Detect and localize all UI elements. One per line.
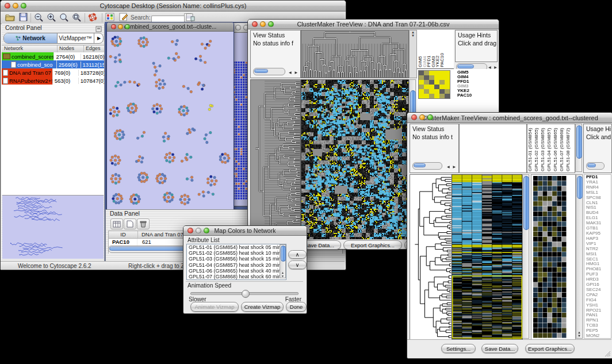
scroll-arrows-icon[interactable]: ◀ ▶ [447, 164, 457, 168]
gene-label[interactable]: PEP5 [586, 328, 611, 334]
save-icon[interactable] [19, 13, 28, 24]
scrollbar-thumb[interactable] [523, 176, 529, 230]
gene-label[interactable]: SEC1 [586, 257, 611, 262]
zoom-out-icon[interactable] [34, 13, 44, 24]
minimize-button[interactable] [260, 21, 266, 27]
gene-label[interactable]: MON2 [586, 334, 611, 339]
open-icon[interactable] [5, 13, 15, 24]
gene-label[interactable]: YSH1 [586, 303, 611, 308]
gene-label[interactable]: VIP1 [586, 242, 611, 247]
tv2-labels-vscrollbar[interactable] [575, 124, 582, 172]
gene-label[interactable]: MSI1 [586, 252, 611, 257]
attribute-listbox[interactable]: GPL51-01 (GSM854) heat shock 05 minGPL51… [186, 244, 286, 280]
slider-thumb[interactable] [242, 290, 250, 298]
column-label[interactable]: GPL51-03 (GSM856) [541, 128, 545, 171]
zoom-fit-icon[interactable] [59, 13, 69, 24]
tv1-button[interactable]: Export Graphics... [343, 240, 402, 250]
network-view-titlebar[interactable]: combined_scores_good.txt--cluste... [107, 22, 234, 32]
treeview1-titlebar[interactable]: ClusterMaker TreeView : DNA and Tran 07-… [248, 20, 499, 29]
close-button[interactable] [111, 24, 116, 29]
zoom-in-icon[interactable] [47, 13, 56, 24]
tab-network[interactable]: Network [4, 33, 58, 43]
scroll-arrows-icon[interactable]: ◀ ▶ [289, 70, 299, 74]
scrollbar-thumb[interactable] [457, 64, 474, 68]
gene-label[interactable]: CLN1 [586, 201, 611, 206]
zoom-button[interactable] [204, 228, 209, 233]
gene-label[interactable]: RPN1 [586, 318, 611, 323]
row-label[interactable]: GIM3 [457, 84, 472, 89]
treeview2-titlebar[interactable]: ClusterMaker TreeView : combined_scores_… [407, 113, 612, 123]
minimize-button[interactable] [196, 228, 201, 233]
tv2-zoom-vscrollbar[interactable]: ▲▼ [576, 174, 583, 339]
cytoscape-titlebar[interactable]: Cytoscape Desktop (Session Name: collins… [1, 1, 346, 12]
id-column-header[interactable]: ID [109, 231, 138, 238]
tv1-status-hscrollbar[interactable] [253, 68, 285, 75]
row-label[interactable]: GIM4 [457, 75, 472, 79]
col-edges[interactable]: Edges [84, 45, 101, 52]
dialog-titlebar[interactable]: Map Colors to Network [183, 226, 307, 236]
tv2-row-dendrogram[interactable] [410, 174, 452, 340]
close-button[interactable] [5, 3, 10, 9]
minimize-button[interactable] [419, 114, 425, 120]
move-down-button[interactable]: ∨ [288, 260, 307, 269]
gene-label[interactable]: RNR4 [586, 185, 611, 190]
gene-label[interactable]: YRA1 [586, 180, 611, 185]
network-row[interactable]: combined_scores_2764(0)16218(0) [2, 52, 104, 60]
zoom-button[interactable] [21, 3, 26, 9]
scrollbar-thumb[interactable] [577, 176, 583, 199]
tab-overflow-arrow-icon[interactable]: ▶ [94, 33, 104, 43]
gene-label[interactable]: HRD3 [586, 277, 611, 282]
gene-label[interactable]: CPA2 [586, 293, 611, 298]
attribute-list-item[interactable]: GPL51-07 (GSM868) heat shock 60 min [187, 274, 280, 279]
tv1-similarity-matrix[interactable] [418, 70, 450, 99]
scroll-arrows-icon[interactable]: ▲▼ [280, 271, 285, 278]
attribute-list-vscrollbar[interactable]: ▲▼ [280, 244, 286, 278]
gene-label[interactable]: PAN1 [586, 313, 611, 318]
row-label[interactable]: GIM5 [457, 70, 472, 75]
column-label[interactable]: GPL51-04 (GSM857) [547, 128, 552, 171]
gene-label[interactable]: HAP3 [586, 236, 611, 242]
tv2-button[interactable]: Settings... [441, 344, 476, 353]
scrollbar-thumb[interactable] [414, 163, 426, 167]
gene-label[interactable]: PHO81 [586, 267, 611, 272]
gene-label[interactable]: SPC98 [586, 196, 611, 201]
network-row[interactable]: RNAPuberNov2+!563(0)107847(0) [2, 76, 104, 85]
scrollbar-thumb[interactable] [587, 163, 596, 167]
network-row[interactable]: DNA and Tran 07769(0)183728(0) [2, 68, 104, 76]
gene-label[interactable]: GPI16 [586, 282, 611, 288]
scrollbar-thumb[interactable] [576, 125, 582, 159]
close-button[interactable] [411, 114, 417, 120]
row-label[interactable]: PFD1 [457, 79, 472, 84]
column-label[interactable]: GPL51-01 (GSM854) [528, 128, 533, 171]
tv2-button[interactable]: Export Graphics... [525, 344, 575, 353]
gene-label[interactable]: PUF3 [586, 272, 611, 277]
minimize-button[interactable] [13, 3, 18, 9]
column-label[interactable]: GPL51-02 (GSM855) [534, 128, 539, 171]
animation-speed-slider[interactable] [190, 292, 299, 295]
tv2-column-tree-area[interactable] [459, 124, 527, 173]
new-attribute-button[interactable] [124, 219, 136, 229]
tv2-global-heatmap[interactable] [452, 174, 523, 340]
select-attributes-button[interactable] [110, 219, 123, 229]
zoom-button[interactable] [268, 21, 274, 27]
network-graph-canvas[interactable] [107, 32, 232, 210]
done-button[interactable]: Done [286, 302, 307, 312]
attribute-list-item[interactable]: GPL51-06 (GSM865) heat shock 40 min [187, 268, 280, 274]
network-row[interactable]: combined_sco2569(6)13112(15) [2, 60, 104, 68]
help-lifesaver-icon[interactable] [88, 13, 98, 24]
row-label[interactable]: PAC10 [457, 93, 472, 98]
attribute-list-item[interactable]: GPL51-01 (GSM854) heat shock 05 min [187, 244, 280, 250]
tv2-button[interactable]: Save Data... [481, 344, 518, 353]
col-network[interactable]: Network [2, 45, 58, 52]
gene-label[interactable]: BUD4 [586, 210, 611, 216]
gene-label[interactable]: PFD1 [586, 175, 611, 180]
resize-grip-icon[interactable] [604, 350, 611, 357]
tv1-top-scroll-strip[interactable]: ▲▼ [409, 30, 417, 78]
close-button[interactable] [252, 21, 258, 27]
gene-label[interactable]: TCB3 [586, 323, 611, 328]
column-label[interactable]: GPL51-07 (GSM868) [560, 128, 564, 171]
delete-attribute-button[interactable] [137, 219, 150, 229]
tv2-status-hscrollbar[interactable] [412, 162, 442, 170]
minimize-button[interactable] [118, 24, 123, 29]
close-button[interactable] [188, 228, 193, 233]
